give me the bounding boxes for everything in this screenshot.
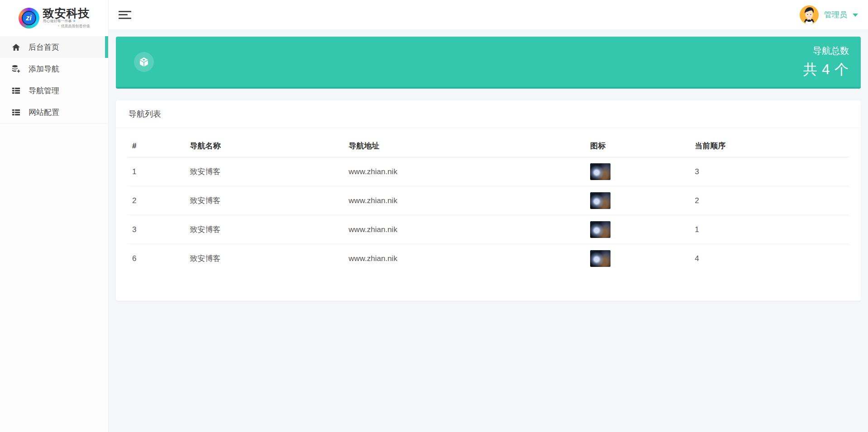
sidebar-item-label: 导航管理 — [29, 85, 59, 96]
cell-id: 1 — [128, 157, 186, 186]
site-config-icon — [11, 108, 20, 117]
cell-order: 1 — [690, 215, 849, 244]
nav-icon-thumbnail — [590, 192, 610, 209]
cube-icon — [134, 52, 154, 72]
cell-name: 致安博客 — [186, 186, 344, 215]
sidebar-item-label: 后台首页 — [29, 42, 59, 52]
menu-toggle-icon[interactable] — [119, 10, 132, 20]
cell-id: 6 — [128, 244, 186, 273]
table-row: 2 致安博客 www.zhian.nik 2 — [128, 186, 849, 215]
cell-url: www.zhian.nik — [344, 186, 586, 215]
column-header-icon: 图标 — [586, 132, 690, 157]
sidebar-nav: 后台首页 添加导航 导航管理 — [0, 36, 108, 123]
nav-list-card: 导航列表 # 导航名称 导航地址 图标 当前顺序 1 致安博客 — [116, 100, 861, 301]
cell-id: 3 — [128, 215, 186, 244]
brand-badge-text: zi — [22, 11, 36, 25]
banner-label: 导航总数 — [803, 45, 849, 57]
table-header-row: # 导航名称 导航地址 图标 当前顺序 — [128, 132, 849, 157]
table-row: 3 致安博客 www.zhian.nik 1 — [128, 215, 849, 244]
column-header-id: # — [128, 132, 186, 157]
table-row: 6 致安博客 www.zhian.nik 4 — [128, 244, 849, 273]
brand-tagline-2: ⚡ 优质品质创造价值 — [43, 24, 90, 29]
bolt-icon: ⚡ — [57, 24, 60, 28]
active-indicator — [105, 36, 108, 58]
cell-order: 2 — [690, 186, 849, 215]
brand-tagline-1: 用心做好每一件事 ✈ — [43, 19, 90, 24]
sidebar-item-dashboard[interactable]: 后台首页 — [0, 36, 108, 58]
column-header-url: 导航地址 — [344, 132, 586, 157]
add-nav-icon — [11, 64, 20, 73]
cell-order: 4 — [690, 244, 849, 273]
cell-url: www.zhian.nik — [344, 157, 586, 186]
main-content: 导航总数 共 4 个 导航列表 # 导航名称 导航地址 图标 当前顺序 — [109, 29, 868, 432]
sidebar-item-nav-manage[interactable]: 导航管理 — [0, 80, 108, 101]
table-row: 1 致安博客 www.zhian.nik 3 — [128, 157, 849, 186]
nav-icon-thumbnail — [590, 221, 610, 238]
cell-url: www.zhian.nik — [344, 244, 586, 273]
sidebar-item-label: 添加导航 — [29, 64, 59, 74]
chevron-down-icon — [853, 14, 858, 17]
banner-count: 共 4 个 — [803, 60, 849, 79]
brand-logo-icon: zi — [19, 8, 39, 28]
cell-order: 3 — [690, 157, 849, 186]
home-icon — [11, 43, 20, 52]
brand-title: 致安科技 — [43, 7, 90, 19]
user-name: 管理员 — [824, 9, 847, 20]
top-header: 管理员 — [109, 0, 868, 29]
sidebar-item-add-nav[interactable]: 添加导航 — [0, 58, 108, 80]
sidebar-item-label: 网站配置 — [29, 107, 59, 118]
column-header-name: 导航名称 — [186, 132, 344, 157]
nav-table: # 导航名称 导航地址 图标 当前顺序 1 致安博客 www.zhian.nik… — [128, 132, 849, 273]
nav-manage-icon — [11, 86, 20, 95]
column-header-order: 当前顺序 — [690, 132, 849, 157]
brand-logo: zi 致安科技 用心做好每一件事 ✈ ⚡ 优质品质创造价值 — [0, 0, 108, 36]
cell-name: 致安博客 — [186, 157, 344, 186]
sidebar-item-site-config[interactable]: 网站配置 — [0, 101, 108, 123]
card-title: 导航列表 — [116, 100, 861, 128]
cell-url: www.zhian.nik — [344, 215, 586, 244]
nav-total-banner: 导航总数 共 4 个 — [116, 37, 861, 89]
cell-name: 致安博客 — [186, 215, 344, 244]
cell-id: 2 — [128, 186, 186, 215]
nav-icon-thumbnail — [590, 250, 610, 267]
user-dropdown[interactable]: 管理员 — [800, 5, 858, 24]
sidebar: zi 致安科技 用心做好每一件事 ✈ ⚡ 优质品质创造价值 后台首页 — [0, 0, 109, 432]
plane-icon: ✈ — [73, 19, 76, 23]
cell-name: 致安博客 — [186, 244, 344, 273]
avatar — [800, 5, 819, 24]
nav-icon-thumbnail — [590, 163, 610, 180]
